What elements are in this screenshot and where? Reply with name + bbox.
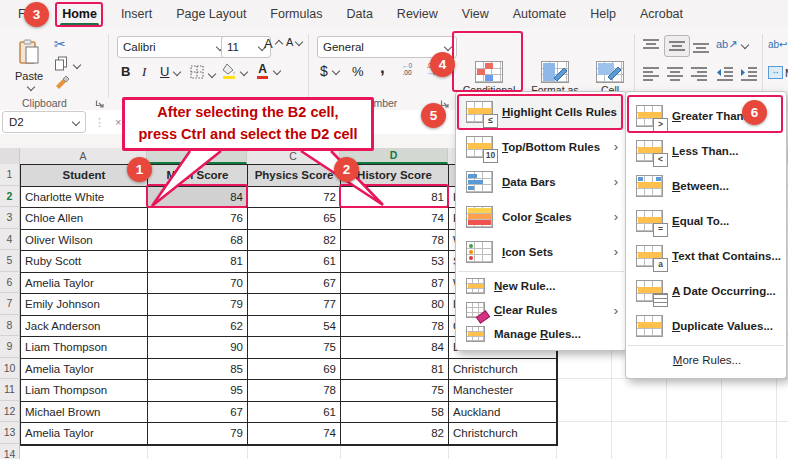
cell-c6[interactable]: 67 [248, 273, 341, 295]
cell-b5[interactable]: 81 [148, 251, 248, 273]
align-center-button[interactable] [666, 66, 684, 82]
cell-c4[interactable]: 82 [248, 230, 341, 252]
row-header-14[interactable]: 14 [0, 444, 20, 459]
cell-c8[interactable]: 54 [248, 316, 341, 338]
cell-b9[interactable]: 90 [148, 337, 248, 359]
insert-function-icon[interactable]: fx [151, 116, 159, 128]
number-dialog-launcher-icon[interactable] [440, 99, 449, 108]
cell-b1[interactable]: Math Score [148, 165, 248, 187]
bold-button[interactable]: B [121, 64, 130, 79]
cell-d9[interactable]: 84 [341, 337, 449, 359]
cell-c9[interactable]: 75 [248, 337, 341, 359]
row-header-10[interactable]: 10 [0, 358, 20, 380]
top-align-button[interactable] [642, 38, 660, 54]
number-format-combo[interactable]: General [317, 36, 457, 58]
cell-c10[interactable]: 69 [248, 359, 341, 381]
font-color-button[interactable]: A [256, 62, 280, 79]
submenu-item-greater-than[interactable]: > Greater Than... [626, 98, 786, 133]
cell-e13[interactable]: Christchurch [449, 423, 557, 445]
cell-b12[interactable]: 67 [148, 402, 248, 424]
cell-c7[interactable]: 77 [248, 294, 341, 316]
cell-a4[interactable]: Oliver Wilson [21, 230, 148, 252]
cell-d3[interactable]: 74 [341, 208, 449, 230]
column-header-b[interactable]: B [147, 148, 247, 164]
column-header-c[interactable]: C [247, 148, 340, 164]
row-header-8[interactable]: 8 [0, 315, 20, 337]
menu-item-color-scales[interactable]: Color Scales › [456, 199, 626, 234]
cell-d12[interactable]: 58 [341, 402, 449, 424]
cell-b2[interactable]: 84 [148, 187, 248, 209]
tab-page-layout[interactable]: Page Layout [164, 0, 258, 28]
row-header-6[interactable]: 6 [0, 272, 20, 294]
name-box[interactable]: D2 [2, 111, 86, 133]
row-header-3[interactable]: 3 [0, 207, 20, 229]
cell-e10[interactable]: Christchurch [449, 359, 557, 381]
menu-item-manage-rules[interactable]: Manage Rules... [456, 322, 626, 346]
menu-item-clear-rules[interactable]: Clear Rules › [456, 298, 626, 322]
row-header-4[interactable]: 4 [0, 229, 20, 251]
comma-style-button[interactable]: , [380, 58, 385, 78]
accounting-format-button[interactable]: $ [320, 63, 339, 79]
cell-a3[interactable]: Chloe Allen [21, 208, 148, 230]
wrap-text-button[interactable]: ab↩ Wra [768, 38, 788, 50]
cell-a10[interactable]: Amelia Taylor [21, 359, 148, 381]
align-left-button[interactable] [642, 66, 660, 82]
italic-button[interactable]: I [142, 64, 146, 80]
cell-a9[interactable]: Liam Thompson [21, 337, 148, 359]
decrease-decimal-button[interactable]: .00→0 [426, 63, 436, 76]
cell-b3[interactable]: 76 [148, 208, 248, 230]
copy-button[interactable] [54, 56, 80, 74]
cell-a2[interactable]: Charlotte White [21, 187, 148, 209]
row-header-13[interactable]: 13 [0, 422, 20, 444]
cancel-icon[interactable]: × [115, 116, 121, 128]
middle-align-button[interactable] [664, 35, 690, 57]
bottom-align-button[interactable] [692, 38, 710, 54]
cell-c5[interactable]: 61 [248, 251, 341, 273]
cell-d2[interactable]: 81 [341, 187, 449, 209]
row-header-5[interactable]: 5 [0, 250, 20, 272]
enter-icon[interactable]: ✓ [131, 116, 140, 129]
cut-button[interactable]: ✂ [54, 36, 66, 52]
cell-b10[interactable]: 85 [148, 359, 248, 381]
cell-a13[interactable]: Amelia Taylor [21, 423, 148, 445]
row-header-7[interactable]: 7 [0, 293, 20, 315]
cell-d4[interactable]: 78 [341, 230, 449, 252]
cell-d1[interactable]: History Score [341, 165, 449, 187]
menu-item-top-bottom-rules[interactable]: 10 Top/Bottom Rules › [456, 129, 626, 164]
select-all-corner[interactable] [0, 148, 20, 164]
submenu-item-a-date-occurring[interactable]: A Date Occurring... [626, 273, 786, 308]
submenu-item-duplicate-values[interactable]: Duplicate Values... [626, 308, 786, 343]
submenu-item-more-rules[interactable]: More Rules... [626, 348, 786, 372]
fill-color-button[interactable] [222, 64, 247, 79]
tab-automate[interactable]: Automate [501, 0, 579, 28]
row-header-2[interactable]: 2 [0, 186, 20, 208]
cell-b8[interactable]: 62 [148, 316, 248, 338]
align-right-button[interactable] [690, 66, 708, 82]
cell-a1[interactable]: Student [21, 165, 148, 187]
menu-item-highlight-cells-rules[interactable]: ≤ Highlight Cells Rules › [456, 94, 626, 129]
submenu-item-between[interactable]: Between... [626, 168, 786, 203]
cell-b7[interactable]: 79 [148, 294, 248, 316]
cell-d8[interactable]: 78 [341, 316, 449, 338]
row-header-1[interactable]: 1 [0, 164, 20, 186]
tab-formulas[interactable]: Formulas [258, 0, 334, 28]
cell-a7[interactable]: Emily Johnson [21, 294, 148, 316]
cell-e11[interactable]: Manchester [449, 380, 557, 402]
cell-b13[interactable]: 79 [148, 423, 248, 445]
cell-c2[interactable]: 72 [248, 187, 341, 209]
cell-d7[interactable]: 80 [341, 294, 449, 316]
cell-a5[interactable]: Ruby Scott [21, 251, 148, 273]
borders-button[interactable] [190, 65, 215, 82]
column-header-d[interactable]: D [340, 148, 448, 164]
font-name-combo[interactable]: Calibri [117, 36, 229, 58]
tab-acrobat[interactable]: Acrobat [628, 0, 695, 28]
shrink-font-button[interactable]: A [286, 36, 302, 48]
row-header-11[interactable]: 11 [0, 379, 20, 401]
cell-c11[interactable]: 78 [248, 380, 341, 402]
clipboard-dialog-launcher-icon[interactable] [95, 99, 104, 108]
submenu-item-less-than[interactable]: < Less Than... [626, 133, 786, 168]
paste-button[interactable]: Paste [8, 34, 50, 94]
tab-data[interactable]: Data [334, 0, 384, 28]
submenu-item-equal-to[interactable]: = Equal To... [626, 203, 786, 238]
submenu-item-text-that-contains[interactable]: a Text that Contains... [626, 238, 786, 273]
